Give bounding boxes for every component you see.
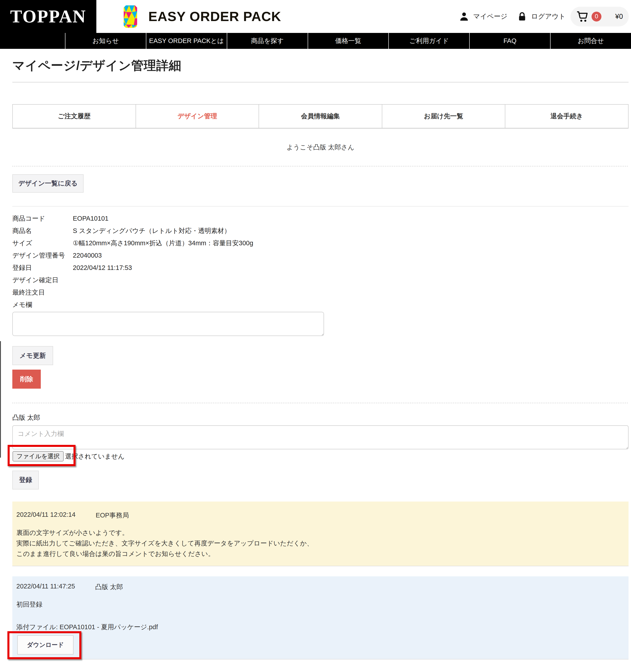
nav-item-about[interactable]: EASY ORDER PACKとは	[146, 33, 227, 49]
comment-author: 凸版 太郎	[95, 583, 123, 592]
attachment-filename: 添付ファイル: EOPA10101 - 夏用パッケージ.pdf	[16, 623, 622, 632]
main-content: マイページ/デザイン管理詳細 ご注文履歴 デザイン管理 会員情報編集 お届け先一…	[12, 57, 629, 659]
user-icon	[459, 11, 469, 22]
mypage-link[interactable]: マイページ	[459, 11, 508, 22]
page: TOPPAN EASY	[0, 0, 631, 672]
design-details: 商品コード EOPA10101 商品名 S スタンディングパウチ（レトルト対応・…	[12, 212, 629, 311]
toppan-logo[interactable]: TOPPAN	[0, 0, 96, 33]
mypage-tabs: ご注文履歴 デザイン管理 会員情報編集 お届け先一覧 退会手続き	[12, 104, 629, 128]
nav-item-contact[interactable]: お問合せ	[550, 33, 631, 49]
comment-card-header: 2022/04/11 12:02:14 EOP事務局	[16, 511, 622, 520]
tab-member-info[interactable]: 会員情報編集	[259, 104, 382, 128]
download-wrap: ダウンロード	[17, 635, 73, 654]
nav-item-news[interactable]: お知らせ	[65, 33, 146, 49]
delete-button[interactable]: 削除	[12, 369, 41, 389]
tab-design-management[interactable]: デザイン管理	[136, 104, 259, 128]
tab-delivery-list[interactable]: お届け先一覧	[382, 104, 505, 128]
comment-author: EOP事務局	[96, 511, 129, 520]
detail-row-last-order-date: 最終注文日	[12, 286, 629, 298]
comment-body: 裏面の文字サイズが小さいようです。 実際に紙出力してご確認いただき、文字サイズを…	[16, 528, 622, 559]
file-select-status: 選択されていません	[65, 451, 124, 461]
register-button[interactable]: 登録	[12, 471, 39, 489]
detail-row-size: サイズ ①幅120mm×高さ190mm×折込（片道）34mm：容量目安300g	[12, 237, 629, 249]
header: TOPPAN EASY	[0, 0, 631, 33]
welcome-message: ようこそ凸版 太郎さん	[12, 143, 629, 152]
memo-textarea[interactable]	[12, 312, 324, 336]
divider-dotted	[12, 166, 629, 167]
detail-row-registered-date: 登録日 2022/04/12 11:17:53	[12, 262, 629, 274]
detail-row-product-code: 商品コード EOPA10101	[12, 212, 629, 225]
left-edge-artifact-line	[0, 341, 1, 458]
nav-item-prices[interactable]: 価格一覧	[308, 33, 389, 49]
logout-label: ログアウト	[531, 12, 566, 21]
mypage-label: マイページ	[473, 12, 508, 21]
tab-withdrawal[interactable]: 退会手続き	[505, 104, 628, 128]
comment-textarea[interactable]	[12, 425, 629, 449]
comment-body: 初回登録	[16, 599, 622, 610]
detail-row-memo: メモ欄	[12, 298, 629, 311]
cart-button[interactable]: 0 ¥0	[570, 7, 629, 26]
page-title: マイページ/デザイン管理詳細	[12, 57, 629, 74]
nav-item-guide[interactable]: ご利用ガイド	[388, 33, 469, 49]
pouch-logo-icon	[119, 5, 142, 28]
comment-card-header: 2022/04/11 11:47:25 凸版 太郎	[16, 583, 622, 592]
cart-icon	[576, 11, 589, 22]
cart-count-badge: 0	[591, 11, 602, 22]
toppan-logo-text: TOPPAN	[10, 6, 86, 27]
comment-card-eop: 2022/04/11 12:02:14 EOP事務局 裏面の文字サイズが小さいよ…	[12, 502, 629, 566]
detail-row-design-number: デザイン管理番号 22040003	[12, 249, 629, 262]
nav-spacer	[0, 33, 65, 49]
lock-icon	[517, 11, 527, 22]
file-select-button[interactable]: ファイルを選択	[13, 451, 64, 461]
cart-total: ¥0	[615, 13, 623, 21]
comment-card-user: 2022/04/11 11:47:25 凸版 太郎 初回登録 添付ファイル: E…	[12, 576, 629, 659]
detail-row-product-name: 商品名 S スタンディングパウチ（レトルト対応・透明素材）	[12, 225, 629, 237]
download-button[interactable]: ダウンロード	[17, 635, 73, 654]
file-upload-row: ファイルを選択 選択されていません	[12, 450, 629, 471]
easy-order-pack-logo[interactable]: EASY ORDER PACK	[119, 5, 281, 28]
main-nav: お知らせ EASY ORDER PACKとは 商品を探す 価格一覧 ご利用ガイド…	[0, 33, 631, 49]
header-links: マイページ ログアウト 0 ¥0	[449, 0, 629, 33]
nav-item-faq[interactable]: FAQ	[469, 33, 550, 49]
back-to-design-list-button[interactable]: デザイン一覧に戻る	[12, 174, 84, 193]
memo-update-button[interactable]: メモ更新	[12, 346, 53, 365]
divider-dotted	[12, 403, 629, 403]
logout-link[interactable]: ログアウト	[517, 11, 566, 22]
divider	[12, 82, 629, 82]
comment-datetime: 2022/04/11 11:47:25	[16, 583, 75, 592]
tab-order-history[interactable]: ご注文履歴	[13, 104, 136, 128]
detail-row-design-fixed-date: デザイン確定日	[12, 274, 629, 286]
easy-order-pack-logo-text: EASY ORDER PACK	[148, 9, 281, 24]
comment-datetime: 2022/04/11 12:02:14	[16, 511, 75, 520]
commenter-name: 凸版 太郎	[12, 413, 629, 422]
nav-item-products[interactable]: 商品を探す	[227, 33, 308, 49]
divider	[12, 206, 629, 207]
